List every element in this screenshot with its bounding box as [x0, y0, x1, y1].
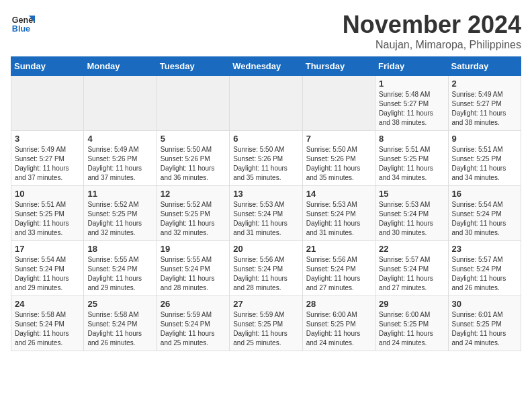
- header-friday: Friday: [375, 57, 448, 76]
- day-info: Sunrise: 5:50 AM Sunset: 5:26 PM Dayligh…: [161, 145, 226, 183]
- day-cell: 1Sunrise: 5:48 AM Sunset: 5:27 PM Daylig…: [375, 76, 448, 131]
- day-number: 5: [161, 134, 226, 144]
- logo-icon: General Blue: [11, 11, 35, 35]
- day-info: Sunrise: 5:55 AM Sunset: 5:24 PM Dayligh…: [87, 255, 152, 293]
- day-cell: 10Sunrise: 5:51 AM Sunset: 5:25 PM Dayli…: [11, 186, 84, 241]
- day-cell: 18Sunrise: 5:55 AM Sunset: 5:24 PM Dayli…: [84, 241, 157, 296]
- day-info: Sunrise: 5:49 AM Sunset: 5:26 PM Dayligh…: [87, 145, 152, 183]
- day-cell: 15Sunrise: 5:53 AM Sunset: 5:24 PM Dayli…: [375, 186, 448, 241]
- day-number: 30: [452, 299, 517, 309]
- day-cell: [157, 76, 229, 131]
- day-info: Sunrise: 5:49 AM Sunset: 5:27 PM Dayligh…: [452, 90, 517, 128]
- header-tuesday: Tuesday: [157, 57, 229, 76]
- day-cell: 13Sunrise: 5:53 AM Sunset: 5:24 PM Dayli…: [230, 186, 302, 241]
- day-cell: 29Sunrise: 6:00 AM Sunset: 5:25 PM Dayli…: [375, 296, 448, 351]
- header-monday: Monday: [84, 57, 157, 76]
- header-saturday: Saturday: [448, 57, 521, 76]
- day-cell: 22Sunrise: 5:57 AM Sunset: 5:24 PM Dayli…: [375, 241, 448, 296]
- day-cell: 24Sunrise: 5:58 AM Sunset: 5:24 PM Dayli…: [11, 296, 84, 351]
- day-number: 10: [15, 189, 80, 199]
- day-info: Sunrise: 5:52 AM Sunset: 5:25 PM Dayligh…: [161, 200, 226, 238]
- day-info: Sunrise: 5:59 AM Sunset: 5:25 PM Dayligh…: [233, 310, 298, 348]
- week-row-1: 1Sunrise: 5:48 AM Sunset: 5:27 PM Daylig…: [11, 76, 521, 131]
- day-info: Sunrise: 6:00 AM Sunset: 5:25 PM Dayligh…: [306, 310, 371, 348]
- day-info: Sunrise: 5:53 AM Sunset: 5:24 PM Dayligh…: [233, 200, 298, 238]
- day-cell: [11, 76, 84, 131]
- day-number: 4: [87, 134, 152, 144]
- header-sunday: Sunday: [11, 57, 84, 76]
- header-thursday: Thursday: [302, 57, 375, 76]
- day-number: 20: [233, 244, 298, 254]
- day-number: 14: [306, 189, 371, 199]
- day-info: Sunrise: 5:48 AM Sunset: 5:27 PM Dayligh…: [379, 90, 444, 128]
- day-cell: 14Sunrise: 5:53 AM Sunset: 5:24 PM Dayli…: [302, 186, 375, 241]
- day-cell: 19Sunrise: 5:55 AM Sunset: 5:24 PM Dayli…: [157, 241, 229, 296]
- day-number: 24: [15, 299, 80, 309]
- day-info: Sunrise: 5:57 AM Sunset: 5:24 PM Dayligh…: [452, 255, 517, 293]
- day-info: Sunrise: 5:51 AM Sunset: 5:25 PM Dayligh…: [15, 200, 80, 238]
- day-cell: 26Sunrise: 5:59 AM Sunset: 5:24 PM Dayli…: [157, 296, 229, 351]
- day-info: Sunrise: 5:54 AM Sunset: 5:24 PM Dayligh…: [15, 255, 80, 293]
- day-info: Sunrise: 5:50 AM Sunset: 5:26 PM Dayligh…: [233, 145, 298, 183]
- day-info: Sunrise: 5:56 AM Sunset: 5:24 PM Dayligh…: [233, 255, 298, 293]
- day-number: 11: [87, 189, 152, 199]
- title-area: November 2024 Naujan, Mimaropa, Philippi…: [343, 11, 521, 51]
- day-info: Sunrise: 5:59 AM Sunset: 5:24 PM Dayligh…: [161, 310, 226, 348]
- day-cell: [230, 76, 302, 131]
- day-info: Sunrise: 5:51 AM Sunset: 5:25 PM Dayligh…: [379, 145, 444, 183]
- day-cell: 25Sunrise: 5:58 AM Sunset: 5:24 PM Dayli…: [84, 296, 157, 351]
- day-number: 7: [306, 134, 371, 144]
- day-info: Sunrise: 5:56 AM Sunset: 5:24 PM Dayligh…: [306, 255, 371, 293]
- day-info: Sunrise: 5:53 AM Sunset: 5:24 PM Dayligh…: [306, 200, 371, 238]
- day-info: Sunrise: 5:58 AM Sunset: 5:24 PM Dayligh…: [15, 310, 80, 348]
- day-cell: 9Sunrise: 5:51 AM Sunset: 5:25 PM Daylig…: [448, 131, 521, 186]
- calendar-table: Sunday Monday Tuesday Wednesday Thursday…: [11, 56, 521, 351]
- day-info: Sunrise: 5:53 AM Sunset: 5:24 PM Dayligh…: [379, 200, 444, 238]
- day-info: Sunrise: 5:52 AM Sunset: 5:25 PM Dayligh…: [87, 200, 152, 238]
- day-cell: 21Sunrise: 5:56 AM Sunset: 5:24 PM Dayli…: [302, 241, 375, 296]
- day-number: 8: [379, 134, 444, 144]
- day-info: Sunrise: 5:49 AM Sunset: 5:27 PM Dayligh…: [15, 145, 80, 183]
- day-cell: 17Sunrise: 5:54 AM Sunset: 5:24 PM Dayli…: [11, 241, 84, 296]
- day-number: 18: [87, 244, 152, 254]
- day-number: 27: [233, 299, 298, 309]
- day-cell: 5Sunrise: 5:50 AM Sunset: 5:26 PM Daylig…: [157, 131, 229, 186]
- day-number: 25: [87, 299, 152, 309]
- day-info: Sunrise: 5:57 AM Sunset: 5:24 PM Dayligh…: [379, 255, 444, 293]
- header: General Blue November 2024 Naujan, Mimar…: [11, 11, 521, 51]
- day-number: 3: [15, 134, 80, 144]
- day-number: 12: [161, 189, 226, 199]
- day-cell: 2Sunrise: 5:49 AM Sunset: 5:27 PM Daylig…: [448, 76, 521, 131]
- calendar-subtitle: Naujan, Mimaropa, Philippines: [343, 39, 521, 51]
- week-row-4: 17Sunrise: 5:54 AM Sunset: 5:24 PM Dayli…: [11, 241, 521, 296]
- header-wednesday: Wednesday: [230, 57, 302, 76]
- day-number: 28: [306, 299, 371, 309]
- day-number: 1: [379, 79, 444, 89]
- day-cell: 7Sunrise: 5:50 AM Sunset: 5:26 PM Daylig…: [302, 131, 375, 186]
- day-info: Sunrise: 5:51 AM Sunset: 5:25 PM Dayligh…: [452, 145, 517, 183]
- day-cell: 8Sunrise: 5:51 AM Sunset: 5:25 PM Daylig…: [375, 131, 448, 186]
- day-number: 2: [452, 79, 517, 89]
- day-info: Sunrise: 5:50 AM Sunset: 5:26 PM Dayligh…: [306, 145, 371, 183]
- day-number: 22: [379, 244, 444, 254]
- day-info: Sunrise: 6:01 AM Sunset: 5:25 PM Dayligh…: [452, 310, 517, 348]
- day-number: 15: [379, 189, 444, 199]
- day-cell: 16Sunrise: 5:54 AM Sunset: 5:24 PM Dayli…: [448, 186, 521, 241]
- day-info: Sunrise: 5:54 AM Sunset: 5:24 PM Dayligh…: [452, 200, 517, 238]
- day-info: Sunrise: 6:00 AM Sunset: 5:25 PM Dayligh…: [379, 310, 444, 348]
- day-cell: 30Sunrise: 6:01 AM Sunset: 5:25 PM Dayli…: [448, 296, 521, 351]
- day-cell: 11Sunrise: 5:52 AM Sunset: 5:25 PM Dayli…: [84, 186, 157, 241]
- day-cell: 4Sunrise: 5:49 AM Sunset: 5:26 PM Daylig…: [84, 131, 157, 186]
- day-number: 21: [306, 244, 371, 254]
- svg-text:Blue: Blue: [12, 24, 30, 34]
- day-number: 23: [452, 244, 517, 254]
- week-row-5: 24Sunrise: 5:58 AM Sunset: 5:24 PM Dayli…: [11, 296, 521, 351]
- logo: General Blue: [11, 11, 35, 35]
- day-info: Sunrise: 5:55 AM Sunset: 5:24 PM Dayligh…: [161, 255, 226, 293]
- day-number: 19: [161, 244, 226, 254]
- day-cell: 6Sunrise: 5:50 AM Sunset: 5:26 PM Daylig…: [230, 131, 302, 186]
- day-cell: 27Sunrise: 5:59 AM Sunset: 5:25 PM Dayli…: [230, 296, 302, 351]
- day-cell: 3Sunrise: 5:49 AM Sunset: 5:27 PM Daylig…: [11, 131, 84, 186]
- day-info: Sunrise: 5:58 AM Sunset: 5:24 PM Dayligh…: [87, 310, 152, 348]
- day-cell: 12Sunrise: 5:52 AM Sunset: 5:25 PM Dayli…: [157, 186, 229, 241]
